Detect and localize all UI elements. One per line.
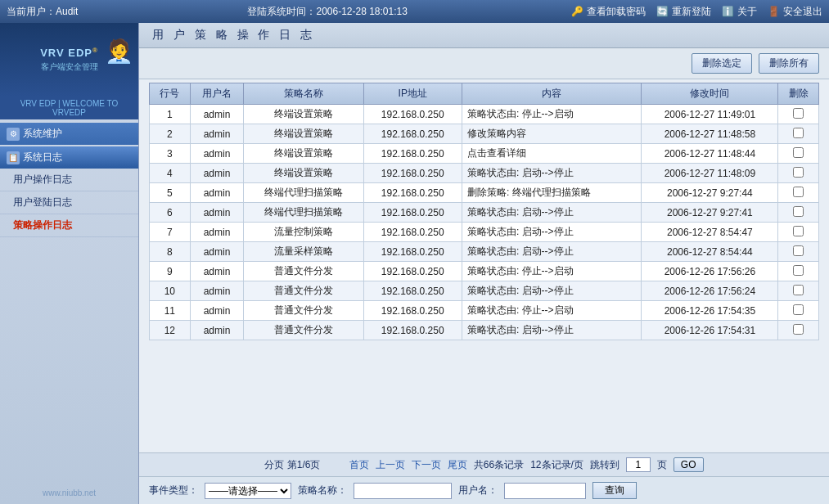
sidebar-item-user-login-log[interactable]: 用户登陆日志 bbox=[0, 191, 138, 214]
cell-ip: 192.168.0.250 bbox=[363, 281, 462, 301]
row-delete-checkbox[interactable] bbox=[793, 245, 804, 256]
sidebar-section-system-log[interactable]: 📋 系统日志 bbox=[0, 146, 138, 169]
cell-policy: 终端设置策略 bbox=[244, 105, 363, 124]
cell-delete-checkbox[interactable] bbox=[778, 281, 819, 301]
row-delete-checkbox[interactable] bbox=[793, 324, 804, 335]
cell-row-num: 5 bbox=[150, 183, 191, 203]
row-delete-checkbox[interactable] bbox=[793, 187, 804, 197]
row-delete-checkbox[interactable] bbox=[793, 285, 804, 295]
table-row: 7admin流量控制策略192.168.0.250策略状态由: 启动-->停止2… bbox=[150, 223, 819, 242]
cell-ip: 192.168.0.250 bbox=[363, 321, 462, 340]
cell-delete-checkbox[interactable] bbox=[778, 262, 819, 281]
row-delete-checkbox[interactable] bbox=[793, 108, 804, 119]
policy-name-input[interactable] bbox=[354, 483, 452, 499]
cell-delete-checkbox[interactable] bbox=[778, 242, 819, 262]
cell-policy: 终端设置策略 bbox=[244, 124, 363, 144]
cell-delete-checkbox[interactable] bbox=[778, 124, 819, 144]
row-delete-checkbox[interactable] bbox=[793, 167, 804, 178]
cell-username: admin bbox=[190, 321, 244, 340]
cell-username: admin bbox=[190, 124, 244, 144]
first-page-link[interactable]: 首页 bbox=[349, 458, 369, 472]
cell-content: 策略状态由: 停止-->启动 bbox=[462, 262, 642, 281]
per-page-info: 12条记录/页 bbox=[530, 458, 583, 472]
page-title: 用 户 策 略 操 作 日 志 bbox=[139, 23, 829, 48]
query-button[interactable]: 查询 bbox=[592, 482, 637, 499]
sidebar-section-system-maintain[interactable]: ⚙ 系统维护 bbox=[0, 123, 138, 145]
cell-ip: 192.168.0.250 bbox=[363, 144, 462, 164]
col-header-content: 内容 bbox=[462, 83, 642, 105]
cell-delete-checkbox[interactable] bbox=[778, 321, 819, 340]
cell-content: 修改策略内容 bbox=[462, 124, 642, 144]
sidebar: VRV EDP® 客户端安全管理 🧑‍💼 VRV EDP | WELCOME T… bbox=[0, 23, 139, 504]
cell-time: 2006-12-27 11:48:58 bbox=[642, 124, 778, 144]
delete-selected-button[interactable]: 删除选定 bbox=[692, 53, 752, 74]
last-page-link[interactable]: 尾页 bbox=[448, 458, 467, 472]
sidebar-logo: VRV EDP® 客户端安全管理 🧑‍💼 bbox=[0, 23, 138, 97]
logo-subtitle: 客户端安全管理 bbox=[41, 61, 98, 73]
prev-page-link[interactable]: 上一页 bbox=[376, 458, 405, 472]
user-name-input[interactable] bbox=[504, 483, 586, 499]
cell-policy: 终端设置策略 bbox=[244, 164, 363, 183]
event-type-label: 事件类型： bbox=[149, 484, 198, 497]
col-header-policy-name: 策略名称 bbox=[244, 83, 363, 105]
view-password-btn[interactable]: 🔑 查看卸载密码 bbox=[570, 5, 646, 19]
row-delete-checkbox[interactable] bbox=[793, 206, 804, 217]
cell-row-num: 6 bbox=[150, 203, 191, 223]
cell-delete-checkbox[interactable] bbox=[778, 164, 819, 183]
about-btn[interactable]: ℹ️ 关于 bbox=[721, 5, 757, 19]
cell-time: 2006-12-27 11:48:09 bbox=[642, 164, 778, 183]
cell-delete-checkbox[interactable] bbox=[778, 144, 819, 164]
cell-ip: 192.168.0.250 bbox=[363, 223, 462, 242]
cell-time: 2006-12-26 17:56:26 bbox=[642, 262, 778, 281]
logo-figure: 🧑‍💼 bbox=[102, 26, 135, 75]
row-delete-checkbox[interactable] bbox=[793, 265, 804, 276]
next-page-link[interactable]: 下一页 bbox=[412, 458, 441, 472]
row-delete-checkbox[interactable] bbox=[793, 226, 804, 236]
sidebar-item-user-op-log[interactable]: 用户操作日志 bbox=[0, 169, 138, 191]
top-user-info: 当前用户：Audit bbox=[7, 5, 78, 19]
cell-username: admin bbox=[190, 164, 244, 183]
cell-delete-checkbox[interactable] bbox=[778, 105, 819, 124]
go-button[interactable]: GO bbox=[674, 457, 704, 472]
cell-ip: 192.168.0.250 bbox=[363, 105, 462, 124]
cell-content: 点击查看详细 bbox=[462, 144, 642, 164]
table-row: 8admin流量采样策略192.168.0.250策略状态由: 启动-->停止2… bbox=[150, 242, 819, 262]
sidebar-item-policy-op-log[interactable]: 策略操作日志 bbox=[0, 214, 138, 237]
page-unit: 页 bbox=[657, 458, 667, 472]
cell-delete-checkbox[interactable] bbox=[778, 301, 819, 321]
row-delete-checkbox[interactable] bbox=[793, 147, 804, 158]
cell-time: 2006-12-27 11:48:44 bbox=[642, 144, 778, 164]
cell-time: 2006-12-27 9:27:41 bbox=[642, 203, 778, 223]
cell-time: 2006-12-26 17:56:24 bbox=[642, 281, 778, 301]
event-type-select[interactable]: ——请选择—— bbox=[205, 483, 291, 499]
goto-label: 跳转到 bbox=[590, 458, 619, 472]
relogin-btn[interactable]: 🔄 重新登陆 bbox=[656, 5, 711, 19]
cell-delete-checkbox[interactable] bbox=[778, 203, 819, 223]
cell-policy: 普通文件分发 bbox=[244, 281, 363, 301]
cell-content: 策略状态由: 启动-->停止 bbox=[462, 223, 642, 242]
exit-btn[interactable]: 🚪 安全退出 bbox=[767, 5, 822, 19]
table-row: 5admin终端代理扫描策略192.168.0.250删除策略: 终端代理扫描策… bbox=[150, 183, 819, 203]
cell-delete-checkbox[interactable] bbox=[778, 183, 819, 203]
cell-row-num: 9 bbox=[150, 262, 191, 281]
cell-policy: 普通文件分发 bbox=[244, 262, 363, 281]
cell-username: admin bbox=[190, 242, 244, 262]
cell-content: 删除策略: 终端代理扫描策略 bbox=[462, 183, 642, 203]
cell-content: 策略状态由: 启动-->停止 bbox=[462, 281, 642, 301]
row-delete-checkbox[interactable] bbox=[793, 304, 804, 315]
page-number-input[interactable] bbox=[626, 457, 651, 472]
top-bar: 当前用户：Audit 登陆系统时间：2006-12-28 18:01:13 🔑 … bbox=[0, 0, 829, 23]
cell-delete-checkbox[interactable] bbox=[778, 223, 819, 242]
cell-policy: 终端代理扫描策略 bbox=[244, 203, 363, 223]
table-row: 2admin终端设置策略192.168.0.250修改策略内容2006-12-2… bbox=[150, 124, 819, 144]
cell-row-num: 2 bbox=[150, 124, 191, 144]
cell-policy: 终端代理扫描策略 bbox=[244, 183, 363, 203]
cell-content: 策略状态由: 启动-->停止 bbox=[462, 242, 642, 262]
content-area: 用 户 策 略 操 作 日 志 删除选定 删除所有 行号 用户名 策略名称 IP… bbox=[139, 23, 829, 504]
cell-row-num: 1 bbox=[150, 105, 191, 124]
delete-all-button[interactable]: 删除所有 bbox=[759, 53, 819, 74]
row-delete-checkbox[interactable] bbox=[793, 128, 804, 138]
cell-ip: 192.168.0.250 bbox=[363, 242, 462, 262]
cell-username: admin bbox=[190, 105, 244, 124]
wrench-icon: ⚙ bbox=[7, 128, 20, 141]
